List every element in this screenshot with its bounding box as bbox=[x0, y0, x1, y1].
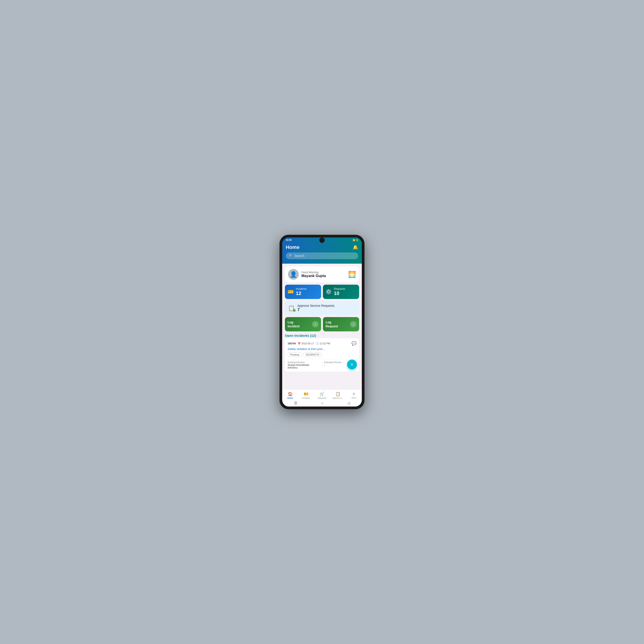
more-nav-label: More bbox=[352, 397, 356, 399]
search-icon: 🔍 bbox=[289, 254, 293, 258]
incidents-card[interactable]: 🎫 Incidents 12 bbox=[285, 285, 321, 299]
home-gesture-icon[interactable]: ○ bbox=[321, 401, 323, 405]
approve-info: Approve Service Requests 7 bbox=[297, 304, 335, 312]
nav-requests[interactable]: 🛒 Requests bbox=[314, 392, 330, 399]
assigned-analyst-col: Assigned Analyst Sharad Khandelwal - (In… bbox=[288, 361, 322, 369]
page-title: Home bbox=[286, 244, 299, 250]
stats-row: 🎫 Incidents 12 ⚙️ Requests 10 bbox=[285, 285, 359, 299]
log-incident-label: Log Incident bbox=[288, 320, 300, 328]
user-card: 👤 Good Morning, Mayank Gupta 🌅 bbox=[285, 266, 359, 282]
bottom-nav: 🏠 Home 🎫 Incidents 🛒 Requests 📋 Approve … bbox=[282, 390, 362, 400]
sunrise-icon: 🌅 bbox=[348, 271, 356, 278]
status-battery: 📶 🔋 bbox=[353, 239, 358, 241]
status-time: 10:59 bbox=[286, 239, 292, 241]
chat-icon[interactable]: 💬 bbox=[352, 341, 356, 346]
search-bar[interactable]: 🔍 Search bbox=[286, 252, 358, 259]
avatar: 👤 bbox=[288, 269, 299, 280]
nav-approve[interactable]: 📋 Approve S... bbox=[330, 392, 346, 399]
log-request-label: Log Request bbox=[326, 320, 338, 328]
requests-label: Requests bbox=[334, 287, 345, 290]
incidents-icon: 🎫 bbox=[288, 289, 294, 295]
approve-count: 7 bbox=[297, 307, 335, 312]
status-badge: Pending bbox=[288, 352, 301, 357]
action-row: Log Incident › Log Request › bbox=[285, 317, 359, 331]
main-content: 👤 Good Morning, Mayank Gupta 🌅 🎫 Inciden… bbox=[282, 264, 362, 390]
open-incidents-section: Open Incidents (12) 185704 📅 2022-05-17 bbox=[285, 334, 359, 372]
incident-title: Safety violation & then prot... bbox=[288, 347, 356, 351]
requests-count: 10 bbox=[334, 290, 345, 296]
requests-card[interactable]: ⚙️ Requests 10 bbox=[323, 285, 359, 299]
nav-more[interactable]: ≡ More bbox=[346, 392, 362, 399]
notification-bell-icon[interactable]: 🔔 bbox=[353, 245, 358, 250]
requests-icon: ⚙️ bbox=[326, 289, 332, 295]
incident-time: 🕐 12:32 PM bbox=[316, 342, 330, 345]
home-nav-icon: 🏠 bbox=[288, 392, 293, 396]
user-info: Good Morning, Mayank Gupta bbox=[301, 271, 345, 278]
menu-gesture-icon[interactable]: ☰ bbox=[294, 401, 297, 405]
approve-nav-label: Approve S... bbox=[332, 397, 343, 399]
home-nav-label: Home bbox=[287, 397, 293, 399]
assigned-label: Assigned Analyst bbox=[288, 361, 320, 364]
user-name: Mayank Gupta bbox=[301, 274, 345, 278]
incident-id: 185704 bbox=[288, 342, 296, 345]
log-incident-arrow-icon: › bbox=[312, 321, 318, 327]
back-gesture-icon[interactable]: ◁ bbox=[347, 401, 350, 405]
incidents-label: Incidents bbox=[296, 287, 307, 290]
incident-card-wrapper: 185704 📅 2022-05-17 🕐 12:32 PM 💬 Safety bbox=[285, 338, 359, 372]
incident-meta: 185704 📅 2022-05-17 🕐 12:32 PM bbox=[288, 342, 330, 345]
open-incidents-title: Open Incidents (12) bbox=[285, 334, 359, 337]
incidents-nav-icon: 🎫 bbox=[304, 392, 309, 396]
approve-service-requests-card[interactable]: 📋 ✓ Approve Service Requests 7 bbox=[285, 301, 359, 315]
log-request-arrow-icon: › bbox=[350, 321, 356, 327]
requests-nav-label: Requests bbox=[318, 397, 326, 399]
approve-nav-icon: 📋 bbox=[335, 392, 340, 396]
incidents-count: 12 bbox=[296, 290, 307, 296]
approve-icon-wrapper: 📋 ✓ bbox=[288, 305, 295, 311]
nav-incidents[interactable]: 🎫 Incidents bbox=[298, 392, 314, 399]
requests-info: Requests 10 bbox=[334, 287, 345, 296]
incident-footer: Assigned Analyst Sharad Khandelwal - (In… bbox=[288, 359, 356, 369]
more-nav-icon: ≡ bbox=[353, 392, 355, 396]
approve-title: Approve Service Requests bbox=[297, 304, 335, 307]
log-incident-button[interactable]: Log Incident › bbox=[285, 317, 321, 331]
incidents-nav-label: Incidents bbox=[302, 397, 310, 399]
requests-nav-icon: 🛒 bbox=[320, 392, 324, 396]
incidents-info: Incidents 12 bbox=[296, 287, 307, 296]
header: Home 🔔 🔍 Search bbox=[282, 243, 362, 264]
approve-check-badge: ✓ bbox=[293, 309, 296, 312]
gesture-bar: ☰ ○ ◁ bbox=[282, 400, 362, 407]
nav-home[interactable]: 🏠 Home bbox=[282, 392, 298, 399]
log-request-button[interactable]: Log Request › bbox=[323, 317, 359, 331]
greeting-text: Good Morning, bbox=[301, 271, 345, 274]
severity-badge: SEVERITY2 bbox=[303, 352, 322, 357]
assigned-value: Sharad Khandelwal - (InfoSec) bbox=[288, 364, 320, 369]
tags-row: Pending SEVERITY2 bbox=[288, 352, 356, 357]
search-input[interactable]: Search bbox=[294, 254, 304, 258]
incident-date: 📅 2022-05-17 bbox=[298, 342, 314, 345]
